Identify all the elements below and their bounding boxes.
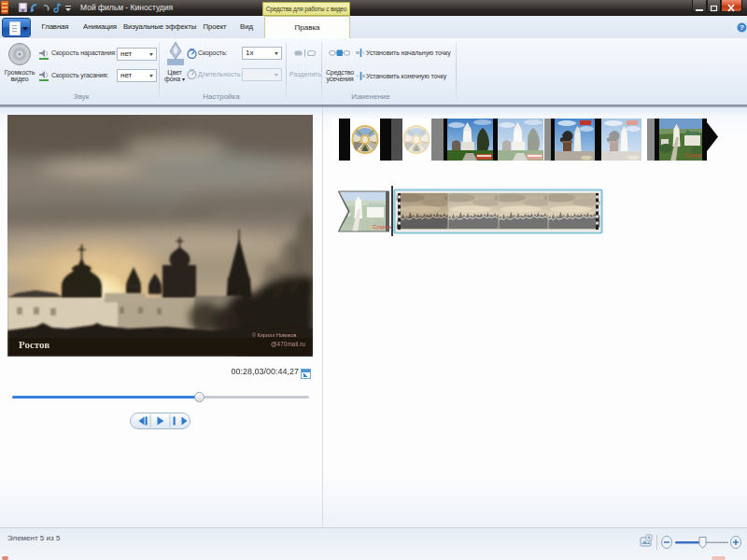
svg-text:© Кирилл Новиков: © Кирилл Новиков [252,332,296,338]
svg-text:Ростов: Ростов [19,339,49,350]
svg-text:@470mail.ru: @470mail.ru [271,341,305,347]
svg-text:?: ? [740,23,744,32]
svg-text:Суздаль: Суздаль [373,224,393,230]
